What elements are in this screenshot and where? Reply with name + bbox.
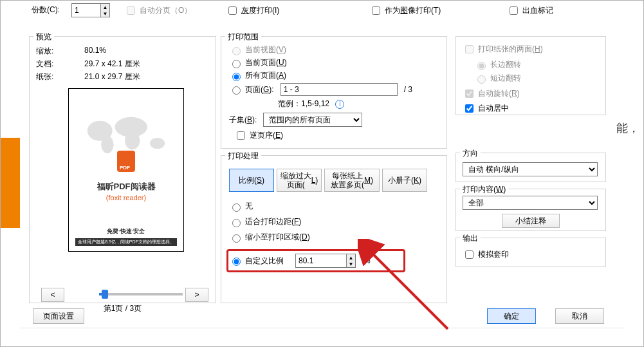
copies-spinner[interactable]: ▲▼ [100, 4, 109, 17]
print-content-panel: 打印内容(W) 全部 小结注释 [455, 189, 606, 231]
opt-margin-radio[interactable] [232, 219, 241, 227]
pages-total: / 3 [404, 85, 412, 94]
current-view-radio [232, 47, 241, 55]
doc-label: 文档: [36, 59, 53, 70]
as-image-label: 作为图像打印(T) [385, 5, 441, 16]
doc-value: 29.7 x 42.1 厘米 [84, 59, 140, 70]
zoom-slider-track[interactable] [99, 293, 183, 295]
tab-multi[interactable]: 每张纸上放置多页(M) [324, 169, 380, 192]
zoom-slider-thumb[interactable] [102, 290, 108, 299]
grayscale-checkbox[interactable] [228, 6, 237, 15]
example-text: 范例：1,5-9,12 [278, 99, 329, 108]
collate-label: 自动分页（O） [140, 5, 192, 16]
thumb-footer: 免费·快速·安全 [107, 227, 145, 236]
top-row: 份数(C): ▲▼ 自动分页（O） 灰度打印(I) 作为图像打印(T) 出血标记 [20, 1, 624, 33]
svg-point-3 [125, 132, 140, 149]
auto-rotate-label: 自动旋转(R) [478, 88, 520, 99]
subset-select[interactable]: 范围内的所有页面 [263, 113, 362, 127]
simulate-overprint-label: 模拟套印 [478, 249, 509, 260]
next-page-button[interactable]: > [185, 288, 208, 302]
output-title: 输出 [460, 233, 481, 244]
thumb-title: 福昕PDF阅读器 [97, 181, 156, 192]
right-column: 打印纸张的两面(H) 长边翻转 短边翻转 自动旋转(R) 自动居中 方向 [455, 36, 606, 267]
background-accent [1, 138, 20, 228]
tab-scale[interactable]: 比例(S) [229, 169, 274, 192]
auto-rotate-checkbox [465, 89, 474, 98]
thumb-subtitle: (foxit reader) [106, 194, 146, 202]
cancel-button[interactable]: 取消 [555, 308, 604, 324]
opt-margin-label: 适合打印边距(F) [245, 216, 301, 227]
paper-label: 纸张: [36, 71, 53, 82]
current-view-label: 当前视图(V) [245, 44, 286, 55]
pages-label: 页面(G): [245, 84, 274, 95]
pages-radio[interactable] [232, 86, 241, 95]
reverse-label: 逆页序(E) [250, 130, 283, 141]
reverse-checkbox[interactable] [237, 131, 245, 140]
preview-panel: 预览 缩放: 80.1% 文档: 29.7 x 42.1 厘米 纸张: 21.0… [29, 36, 216, 303]
simulate-overprint-checkbox[interactable] [465, 250, 474, 259]
long-edge-label: 长边翻转 [490, 59, 521, 70]
grayscale-label: 灰度打印(I) [241, 5, 279, 16]
handling-title: 打印处理 [225, 151, 261, 162]
auto-center-checkbox[interactable] [465, 104, 474, 113]
svg-point-1 [101, 136, 113, 153]
collate-checkbox [127, 6, 135, 15]
opt-custom-label: 自定义比例 [245, 256, 284, 267]
tab-fit[interactable]: 缩放过大页面(L) [277, 169, 322, 192]
print-handling-panel: 打印处理 比例(S) 缩放过大页面(L) 每张纸上放置多页(M) 小册子(K) … [221, 155, 447, 303]
content-title: 打印内容(W) [460, 184, 508, 195]
short-edge-label: 短边翻转 [490, 73, 521, 84]
range-title: 打印范围 [225, 32, 261, 42]
bleed-label: 出血标记 [522, 5, 553, 16]
summary-comments-button[interactable]: 小结注释 [502, 214, 560, 228]
custom-scale-spinner[interactable]: ▲▼ [346, 254, 355, 267]
svg-point-4 [150, 138, 165, 149]
copies-label: 份数(C): [32, 5, 60, 15]
output-panel: 输出 模拟套印 [455, 238, 606, 267]
percent-label: % [363, 256, 371, 265]
pages-input[interactable] [281, 83, 398, 96]
pdf-badge-icon [117, 151, 135, 172]
thumb-footer2: 全球用户超越8.5亿，阅读PDF文档的理想选择。 [75, 238, 177, 246]
prev-page-button[interactable]: < [41, 288, 64, 302]
ok-button[interactable]: 确定 [487, 308, 536, 324]
short-edge-radio [477, 75, 486, 84]
duplex-panel: 打印纸张的两面(H) 长边翻转 短边翻转 自动旋转(R) 自动居中 [455, 36, 606, 115]
opt-shrink-radio[interactable] [232, 234, 241, 243]
duplex-label: 打印纸张的两面(H) [478, 44, 543, 55]
tab-booklet[interactable]: 小册子(K) [382, 169, 427, 192]
direction-select[interactable]: 自动 横向/纵向 [463, 162, 598, 176]
as-image-checkbox[interactable] [372, 6, 380, 15]
bleed-checkbox[interactable] [510, 6, 518, 15]
scale-value: 80.1% [84, 46, 106, 55]
current-page-radio[interactable] [232, 60, 241, 68]
auto-center-label: 自动居中 [478, 103, 509, 114]
duplex-checkbox [465, 45, 474, 53]
current-page-label: 当前页面(U) [245, 57, 287, 68]
page-setup-button[interactable]: 页面设置 [33, 308, 84, 324]
background-text: 能， [616, 120, 639, 136]
divider [20, 328, 624, 328]
scale-label: 缩放: [36, 46, 53, 57]
preview-thumbnail: 福昕PDF阅读器 (foxit reader) 免费·快速·安全 全球用户超越8… [68, 88, 184, 252]
opt-shrink-label: 缩小至打印区域(D) [245, 232, 310, 243]
opt-none-label: 无 [245, 201, 253, 212]
paper-value: 21.0 x 29.7 厘米 [84, 71, 140, 82]
subset-label: 子集(B): [229, 115, 257, 126]
direction-panel: 方向 自动 横向/纵向 [455, 153, 606, 182]
all-pages-radio[interactable] [232, 73, 241, 81]
preview-title: 预览 [33, 32, 54, 42]
print-dialog: 能， 份数(C): ▲▼ 自动分页（O） 灰度打印(I) 作为图像打印(T) 出… [0, 0, 644, 347]
opt-none-radio[interactable] [232, 203, 241, 212]
info-icon[interactable]: i [335, 100, 344, 109]
direction-title: 方向 [460, 148, 481, 159]
long-edge-radio [477, 62, 486, 70]
all-pages-label: 所有页面(A) [245, 70, 286, 81]
opt-custom-radio[interactable] [232, 258, 241, 266]
content-select[interactable]: 全部 [463, 196, 598, 210]
print-range-panel: 打印范围 当前视图(V) 当前页面(U) 所有页面(A) 页面(G): / 3 … [221, 36, 447, 149]
